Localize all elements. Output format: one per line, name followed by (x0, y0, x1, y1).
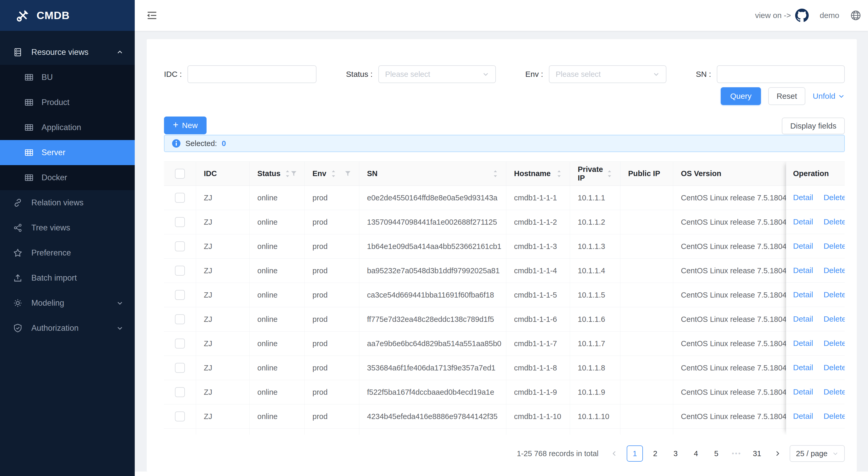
detail-link[interactable]: Detail (793, 193, 813, 202)
filter-label-idc: IDC : (164, 70, 182, 79)
grid-icon (24, 72, 34, 82)
unfold-link[interactable]: Unfold (813, 92, 845, 100)
row-checkbox[interactable] (175, 241, 185, 251)
sort-carets-icon[interactable] (607, 170, 612, 177)
username[interactable]: demo (820, 11, 839, 20)
page-button-last[interactable]: 31 (749, 445, 765, 462)
display-fields-button[interactable]: Display fields (782, 118, 845, 134)
page-button-4[interactable]: 4 (688, 445, 704, 462)
detail-link[interactable]: Detail (793, 339, 813, 348)
detail-link[interactable]: Detail (793, 242, 813, 250)
delete-link[interactable]: Delete (824, 242, 845, 250)
detail-link[interactable]: Detail (793, 387, 813, 396)
row-checkbox[interactable] (175, 193, 185, 203)
chevron-up-icon (117, 49, 123, 56)
page-button-5[interactable]: 5 (708, 445, 724, 462)
detail-link[interactable]: Detail (793, 412, 813, 421)
row-checkbox[interactable] (175, 338, 185, 349)
delete-link[interactable]: Delete (824, 363, 845, 372)
page-button-1[interactable]: 1 (627, 445, 643, 462)
delete-link[interactable]: Delete (824, 290, 845, 299)
detail-link[interactable]: Detail (793, 266, 813, 275)
detail-link[interactable]: Detail (793, 363, 813, 372)
sort-carets-icon[interactable] (493, 170, 498, 177)
sidebar-item-label: Tree views (31, 223, 70, 233)
sidebar-item-product[interactable]: Product (0, 90, 135, 115)
sidebar-item-relation-views[interactable]: Relation views (0, 190, 135, 215)
chevron-down-icon (838, 93, 845, 99)
sidebar-item-resource-views[interactable]: Resource views (0, 40, 135, 65)
delete-link[interactable]: Delete (824, 339, 845, 348)
row-checkbox[interactable] (175, 290, 185, 300)
column-label: Private IP (578, 165, 607, 182)
sidebar-item-preference[interactable]: Preference (0, 240, 135, 265)
language-globe-icon[interactable] (850, 10, 861, 21)
row-checkbox[interactable] (175, 387, 185, 397)
status-select[interactable]: Please select (378, 65, 496, 83)
idc-input[interactable] (187, 65, 316, 83)
view-on-label: view on -> (755, 11, 791, 20)
sn-input[interactable] (717, 65, 845, 83)
detail-link[interactable]: Detail (793, 290, 813, 299)
query-button[interactable]: Query (721, 87, 761, 105)
sidebar-item-application[interactable]: Application (0, 115, 135, 140)
delete-link[interactable]: Delete (824, 387, 845, 396)
table-row: ZJonlineprodaa7e9b6e6bc64d829ba514a551aa… (164, 331, 845, 356)
delete-link[interactable]: Delete (824, 315, 845, 323)
operation-cell: DetailDelete (786, 234, 845, 258)
prev-page-button[interactable] (606, 445, 623, 462)
cell-public_ip (620, 380, 673, 405)
cell-idc: ZJ (196, 307, 249, 331)
reset-button[interactable]: Reset (768, 87, 805, 105)
pages-ellipsis[interactable]: ••• (728, 445, 745, 462)
row-checkbox[interactable] (175, 266, 185, 276)
cell-hostname: cmdb1-1-1-1 (506, 186, 570, 210)
page-button-3[interactable]: 3 (668, 445, 684, 462)
sidebar-item-docker[interactable]: Docker (0, 165, 135, 190)
next-page-button[interactable] (769, 445, 785, 462)
cell-idc: ZJ (196, 259, 249, 283)
cell-status: online (249, 234, 305, 259)
filter-funnel-icon[interactable] (290, 170, 297, 177)
menu-fold-icon[interactable] (146, 10, 158, 21)
filter-funnel-icon[interactable] (344, 170, 351, 177)
select-all-checkbox[interactable] (175, 169, 185, 179)
info-icon (172, 139, 181, 148)
row-checkbox[interactable] (175, 412, 185, 421)
row-checkbox[interactable] (175, 314, 185, 324)
sidebar-item-authorization[interactable]: Authorization (0, 316, 135, 341)
new-button[interactable]: + New (164, 117, 207, 134)
sidebar-item-batch-import[interactable]: Batch import (0, 265, 135, 291)
sidebar-item-bu[interactable]: BU (0, 65, 135, 90)
column-label: IDC (204, 169, 217, 178)
sort-carets-icon[interactable] (331, 170, 336, 177)
delete-link[interactable]: Delete (824, 193, 845, 202)
cell-status: online (249, 356, 305, 380)
page-size-select[interactable]: 25 / page (790, 445, 845, 462)
sidebar-item-tree-views[interactable]: Tree views (0, 215, 135, 240)
row-checkbox[interactable] (175, 363, 185, 373)
table-row: ZJonlineprodff775e7d32ea48c28eddc138c789… (164, 307, 845, 331)
sidebar-item-modeling[interactable]: Modeling (0, 291, 135, 316)
operation-cell: DetailDelete (786, 331, 845, 356)
sort-carets-icon[interactable] (285, 170, 290, 177)
row-checkbox[interactable] (175, 217, 185, 227)
detail-link[interactable]: Detail (793, 217, 813, 226)
page-size-label: 25 / page (796, 449, 828, 458)
operation-cell: DetailDelete (786, 210, 845, 234)
delete-link[interactable]: Delete (824, 412, 845, 421)
cell-idc: ZJ (196, 380, 249, 405)
sidebar-item-label: Product (41, 98, 69, 107)
sort-carets-icon[interactable] (556, 170, 562, 177)
delete-link[interactable]: Delete (824, 217, 845, 226)
app-logo[interactable]: CMDB (0, 0, 135, 31)
filter-group-idc: IDC : (164, 65, 316, 83)
cell-sn: ff775e7d32ea48c28eddc138c789d1f5 (359, 307, 506, 331)
page-button-2[interactable]: 2 (647, 445, 663, 462)
sidebar-item-server[interactable]: Server (0, 140, 135, 165)
view-on-github-link[interactable]: view on -> (755, 9, 809, 22)
delete-link[interactable]: Delete (824, 266, 845, 275)
detail-link[interactable]: Detail (793, 315, 813, 323)
env-select[interactable]: Please select (549, 65, 666, 83)
share-icon (13, 223, 23, 233)
